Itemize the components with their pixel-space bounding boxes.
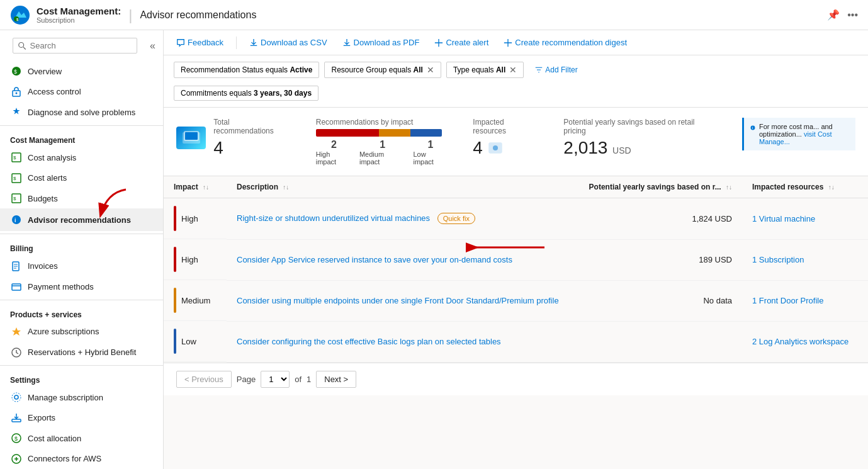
sidebar-item-manage-subscription[interactable]: Manage subscription [0,387,163,408]
col-description-label: Description [237,183,278,191]
row1-quick-fix-badge[interactable]: Quick fix [437,213,475,224]
row2-description-link[interactable]: Consider App Service reserved instance t… [237,255,512,264]
row2-resource-link[interactable]: 1 Subscription [752,255,804,264]
download-csv-button[interactable]: Download as CSV [247,35,330,50]
col-savings[interactable]: Potential yearly savings based on r... ↑… [579,176,742,198]
type-filter-close[interactable]: ✕ [509,65,517,75]
sidebar-item-diagnose-label: Diagnose and solve problems [28,108,135,117]
next-button[interactable]: Next > [316,371,356,388]
row1-resource-link[interactable]: 1 Virtual machine [752,214,815,223]
create-alert-button[interactable]: Create alert [432,35,491,50]
impact-bar [316,129,442,137]
impact-sort-icon: ↑↓ [203,184,209,191]
impacted-resources-number: 4 [473,138,483,158]
resources-icon [488,140,503,155]
page-select[interactable]: 1 [261,371,290,388]
row1-resources-cell: 1 Virtual machine [742,198,868,240]
type-filter-tag[interactable]: Type equals All ✕ [446,62,524,78]
total-stat: Total recommendations 4 [213,118,290,158]
commitments-filter-tag: Commitments equals 3 years, 30 days [174,86,318,101]
more-icon[interactable]: ••• [847,9,858,21]
svg-rect-27 [12,419,21,422]
savings-label: Potential yearly savings based on retail… [563,118,717,135]
sidebar-item-cost-allocation[interactable]: $ Cost allocation [0,428,163,449]
collapse-sidebar-button[interactable]: « [147,38,158,54]
sidebar-item-payment[interactable]: Payment methods [0,276,163,297]
svg-point-8 [16,92,18,94]
manage-icon [10,391,23,404]
row4-impact-label: Low [181,337,196,346]
row4-savings-cell [579,321,742,362]
medium-count: 1 [380,139,385,150]
sidebar-item-cost-alerts[interactable]: $ Cost alerts [0,167,163,188]
sidebar-item-invoices[interactable]: Invoices [0,256,163,276]
row3-description-cell: Consider using multiple endpoints under … [227,280,579,321]
row3-resources-cell: 1 Front Door Profile [742,280,868,321]
app-header: $ Cost Management: Subscription | Adviso… [10,5,256,25]
sidebar-item-subscriptions[interactable]: Azure subscriptions [0,322,163,342]
sidebar-item-access-control[interactable]: Access control [0,82,163,103]
commitments-filter-text: Commitments equals 3 years, 30 days [181,89,312,98]
sidebar-item-budgets-label: Budgets [28,194,58,203]
filters-bar: Recommendation Status equals Active Reso… [164,55,868,108]
sidebar-item-cost-analysis[interactable]: $ Cost analysis [0,147,163,168]
search-input[interactable] [30,41,132,50]
sidebar-item-reservations-label: Reservations + Hybrid Benefit [28,348,136,357]
row1-savings-cell: 1,824 USD [579,198,742,240]
budgets-icon: $ [10,192,23,205]
recommendations-table-container: Impact ↑↓ Description ↑↓ Potential yearl… [164,176,868,363]
sidebar-item-payment-label: Payment methods [28,282,94,291]
sidebar-item-exports[interactable]: Exports [0,407,163,428]
impact-high-bar [316,129,379,137]
row3-resource-link[interactable]: 1 Front Door Profile [752,296,823,305]
sidebar-item-overview-label: Overview [28,67,62,76]
svg-rect-33 [185,132,198,140]
info-text: For more cost ma... and optimization... … [759,123,849,145]
status-filter-text: Recommendation Status equals Active [181,65,312,74]
svg-point-15 [12,215,21,224]
create-digest-button[interactable]: Create recommendation digest [501,35,629,50]
download-csv-icon [249,38,258,47]
connectors-icon [10,453,23,465]
row1-description-link[interactable]: Right-size or shutdown underutilized vir… [237,213,430,223]
sidebar-item-manage-label: Manage subscription [28,393,103,402]
svg-point-26 [12,393,21,402]
download-pdf-button[interactable]: Download as PDF [340,35,422,50]
col-description[interactable]: Description ↑↓ [227,176,579,198]
sidebar-item-overview[interactable]: $ Overview [0,61,163,82]
row3-description-link[interactable]: Consider using multiple endpoints under … [237,296,559,305]
feedback-button[interactable]: Feedback [174,35,226,50]
table-row: High Consider App Service reserved insta… [164,239,868,280]
row4-resource-link[interactable]: 2 Log Analytics workspace [752,337,848,346]
add-filter-button[interactable]: Add Filter [529,62,583,78]
sidebar-item-subscriptions-label: Azure subscriptions [28,327,99,336]
invoices-icon [10,260,23,273]
row3-impact-label: Medium [181,296,210,305]
sidebar-item-access-control-label: Access control [28,87,81,96]
svg-line-4 [23,47,26,49]
add-filter-label: Add Filter [545,65,577,74]
header-separator: | [128,6,132,24]
cost-analysis-icon: $ [10,151,23,164]
sidebar-item-advisor-recommendations[interactable]: i Advisor recommendations [0,208,163,231]
legend-medium: 1 Medium impact [359,139,406,166]
section-cost-management: Cost Management [0,128,163,147]
pin-icon[interactable]: 📌 [827,9,840,21]
search-box[interactable] [13,38,137,54]
row1-impact-cell: High [164,198,227,239]
section-products: Products + services [0,303,163,322]
subscription-label: Subscription [37,16,121,24]
resource-group-filter-tag[interactable]: Resource Group equals All ✕ [324,62,441,78]
col-impact[interactable]: Impact ↑↓ [164,176,227,198]
col-resources[interactable]: Impacted resources ↑↓ [742,176,868,198]
sidebar-item-budgets[interactable]: $ Budgets [0,188,163,209]
previous-label: < Previous [184,375,223,384]
previous-button[interactable]: < Previous [176,371,232,388]
total-pages: 1 [307,375,311,384]
sidebar-item-diagnose[interactable]: Diagnose and solve problems [0,102,163,123]
sidebar-item-connectors[interactable]: Connectors for AWS [0,449,163,469]
sidebar-item-reservations[interactable]: Reservations + Hybrid Benefit [0,342,163,363]
resource-group-filter-close[interactable]: ✕ [427,65,434,75]
row4-description-link[interactable]: Consider configuring the cost effective … [237,337,501,346]
row1-impact-bar [174,206,176,231]
